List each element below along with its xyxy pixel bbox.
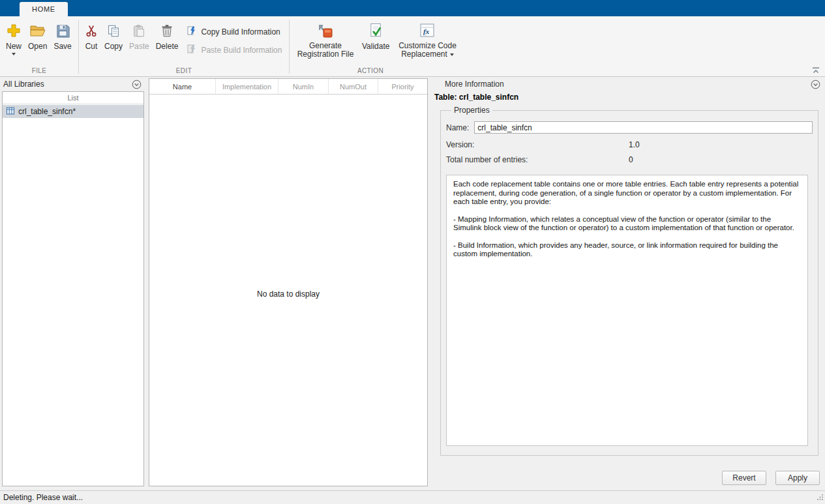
resize-grip-icon[interactable] [817,494,824,503]
customize-code-replacement-button[interactable]: fx Customize Code Replacement [393,20,462,59]
generate-registration-file-icon [316,20,335,41]
paste-build-information-icon [187,44,197,56]
libraries-list-header: List [3,92,143,104]
save-button[interactable]: Save [50,20,74,52]
open-folder-icon [29,20,46,41]
collapse-pane-icon[interactable] [811,80,820,89]
properties-legend: Properties [451,106,492,115]
new-button[interactable]: New [3,20,25,56]
more-information-pane: More Information Table: crl_table_sinfcn… [433,77,825,490]
customize-fx-icon: fx [419,20,436,41]
apply-button[interactable]: Apply [775,471,820,485]
column-header-implementation[interactable]: Implementation [216,79,278,94]
libraries-pane: All Libraries List crl_table_sinfcn* [0,77,146,490]
description-paragraph: Each code replacement table contains one… [453,180,801,207]
column-header-priority[interactable]: Priority [378,79,427,94]
paste-clipboard-icon [132,20,146,41]
ribbon-section-edit: Cut Copy [79,16,289,76]
status-message: Deleting. Please wait... [3,493,83,502]
generate-registration-file-button[interactable]: Generate Registration File [292,20,359,59]
libraries-list: List crl_table_sinfcn* [2,91,144,486]
cut-scissors-icon [85,20,98,41]
titlebar: HOME [0,0,825,16]
list-item-label: crl_table_sinfcn* [18,107,76,116]
column-header-name[interactable]: Name [149,79,216,94]
list-item[interactable]: crl_table_sinfcn* [3,105,143,118]
ribbon-section-action: Generate Registration File Validate [290,16,451,76]
open-button[interactable]: Open [25,20,50,52]
empty-table-message: No data to display [149,289,427,299]
new-icon [6,20,22,41]
delete-trash-icon [160,20,174,41]
revert-button[interactable]: Revert [722,471,766,485]
more-information-title: More Information [445,80,504,89]
description-paragraph: - Build Information, which provides any … [453,241,801,259]
cut-button[interactable]: Cut [82,20,101,52]
section-label-file: FILE [0,67,78,76]
ribbon-section-file: New Open [0,16,78,76]
libraries-pane-title: All Libraries [3,80,44,89]
paste-button[interactable]: Paste [126,20,153,52]
section-label-edit: EDIT [79,67,289,76]
copy-build-information-button[interactable]: Copy Build Information [187,25,282,38]
total-entries-value: 0 [629,155,633,164]
minimize-toolstrip-icon[interactable] [811,67,820,74]
entries-table-header: Name Implementation NumIn NumOut Priorit… [149,79,427,95]
name-input[interactable] [474,121,813,134]
status-bar: Deleting. Please wait... [0,490,825,504]
column-header-numin[interactable]: NumIn [278,79,329,94]
copy-build-information-icon [187,25,197,38]
column-header-numout[interactable]: NumOut [329,79,378,94]
collapse-pane-icon[interactable] [132,80,142,89]
validate-button[interactable]: Validate [359,20,393,52]
copy-icon [106,20,121,41]
toolstrip-ribbon: New Open [0,16,825,77]
version-value: 1.0 [629,140,640,149]
table-name-heading: Table: crl_table_sinfcn [433,91,825,104]
tab-home[interactable]: HOME [20,2,68,16]
name-field-label: Name: [446,123,469,132]
validate-check-icon [368,20,384,41]
version-label: Version: [446,140,629,149]
paste-build-information-button[interactable]: Paste Build Information [187,44,282,56]
entries-table: Name Implementation NumIn NumOut Priorit… [149,78,428,486]
table-description-text: Each code replacement table contains one… [446,175,808,446]
properties-group: Properties Name: Version: 1.0 Total numb… [440,106,818,456]
section-label-action: ACTION [290,67,451,76]
save-floppy-icon [55,20,70,41]
total-entries-label: Total number of entries: [446,155,629,164]
table-file-icon [6,106,15,117]
main-area: All Libraries List crl_table_sinfcn* [0,77,825,490]
delete-button[interactable]: Delete [153,20,182,52]
svg-text:fx: fx [423,27,430,35]
chevron-down-icon [450,53,454,56]
description-paragraph: - Mapping Information, which relates a c… [453,215,801,233]
chevron-down-icon [12,53,16,55]
copy-button[interactable]: Copy [101,20,126,52]
